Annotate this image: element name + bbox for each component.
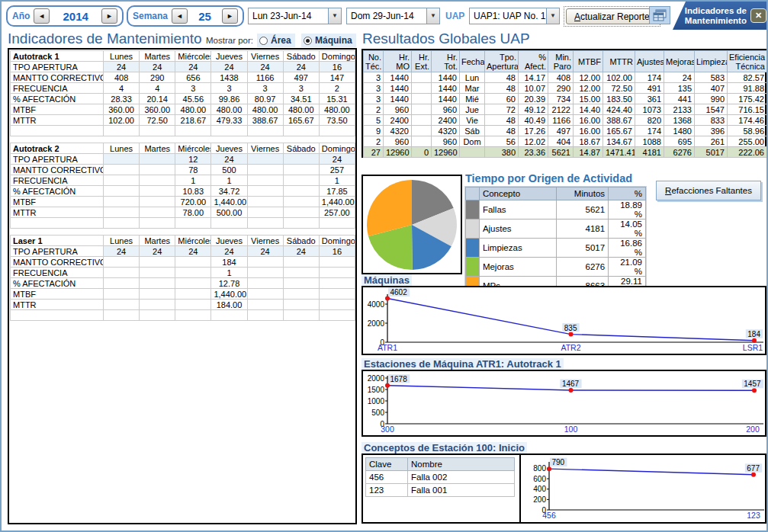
year-label: Año [12,11,30,21]
data-point [385,383,390,388]
activity-pie-box [362,175,462,274]
table-row: ConceptoMinutos% [466,187,646,200]
year-value: 2014 [53,10,98,23]
stations-section-title: Estaciones de Máquina ATR1: Autotrack 1 [362,358,564,370]
maintenance-dashboard: { "toolbar": { "year_label": "Año", "yea… [0,0,768,532]
radio-area[interactable]: Área [257,34,295,47]
concepts-box: ClaveNombre 456Falla 002123Falla 001 020… [362,453,766,524]
machine-table: Autotrack 1LunesMartesMiércolesJuevesVie… [10,50,355,136]
table-row: ClaveNombre [366,458,515,471]
table-row: 2960960Jue7249.12212214.40424.4010732133… [364,104,767,115]
table-row: Fallas562118.89 % [466,200,646,220]
svg-text:1000: 1000 [368,397,385,405]
table-row: FRECUENCIA111 [11,175,355,186]
category-label: 300 [381,425,394,434]
machines-line-chart: 0200040004602ATR1835ATR2184LSR1 [363,287,765,354]
chevron-down-icon[interactable]: ▼ [426,8,439,24]
table-row: 943204320Sáb4817.2649716.00165.671741480… [364,126,767,136]
global-results-table: No. Téc.Hr. MOHr. Ext.Hr. Tot.FechaTpo. … [363,50,767,158]
update-report-button[interactable]: Actualizar Reporte [566,8,658,24]
report-view-button[interactable] [649,6,670,24]
data-point [547,466,551,471]
svg-text:4000: 4000 [368,300,385,309]
table-row [11,310,355,321]
refacciones-faltantes-button[interactable]: Refacciones Faltantes [656,181,761,200]
data-point [751,473,756,477]
date-from-dropdown[interactable]: Lun 23-Jun-14 ▼ [248,8,342,24]
category-label: 100 [564,425,578,434]
update-report-focus-ring: Actualizar Reporte [564,6,660,27]
global-results-body: 314401440Lun4814.1740812.00102.001742458… [364,72,767,158]
stations-chart-box: 0500100015002000167830014671001457200 [362,370,766,437]
activity-title: Tiempo por Origen de Actividad [465,172,632,184]
machine-table: Autotrack 2LunesMartesMiércolesJuevesVie… [10,143,355,229]
data-point [752,388,757,393]
year-selector: Año ◄ 2014 ► [6,5,124,27]
svg-text:2000: 2000 [368,319,385,328]
machine-tables: Autotrack 1LunesMartesMiércolesJuevesVie… [8,48,357,524]
page-title-left: Indicadores de Mantenimiento [8,30,202,47]
data-point [385,296,390,300]
page-title-right: Resultados Globales UAP [362,30,530,47]
table-row: % AFECTACIÓN28.3320.1445.5699.8680.9734.… [11,94,355,104]
category-label: 200 [746,425,760,434]
table-row: No. Téc.Hr. MOHr. Ext.Hr. Tot.FechaTpo. … [364,51,767,72]
table-row: MANTTO CORRECTIVO184 [11,257,355,268]
close-icon[interactable]: ✕ [750,8,766,23]
uap-dropdown[interactable]: UAP1: UAP No. 1 ▼ [469,8,560,24]
svg-text:1457: 1457 [744,380,761,388]
machine-table: Laser 1LunesMartesMiércolesJuevesViernes… [10,235,355,321]
table-row: % AFECTACIÓN10.8334.7217.85 [11,186,355,197]
table-row: Mejoras627621.09 % [466,258,646,277]
svg-text:4602: 4602 [390,288,408,296]
svg-text:184: 184 [747,330,760,338]
table-row: 456Falla 002 [366,471,515,484]
concepts-table: ClaveNombre 456Falla 002123Falla 001 [365,457,515,497]
show-by-label: Mostrar por: [206,36,253,45]
table-row: Autotrack 2LunesMartesMiércolesJuevesVie… [11,143,355,154]
category-label: ATR1 [378,343,397,352]
date-to-dropdown[interactable]: Dom 29-Jun-14 ▼ [346,8,440,24]
radio-area-circle[interactable] [259,37,268,45]
table-row: 123Falla 001 [366,484,515,497]
data-point [752,338,757,343]
data-point [569,332,574,337]
tab-indicadores-mantenimiento[interactable]: Indicadores de Mantenimiento ✕ [673,2,768,30]
uap-value: UAP1: UAP No. 1 [470,11,546,21]
chevron-down-icon[interactable]: ▼ [328,8,341,24]
svg-text:677: 677 [747,464,760,473]
table-row: Autotrack 1LunesMartesMiércolesJuevesVie… [11,51,355,62]
svg-text:835: 835 [564,324,577,332]
legend-swatch [466,258,480,277]
chevron-down-icon[interactable]: ▼ [546,8,559,24]
svg-text:600: 600 [533,475,546,483]
machines-section-title: Máquinas [362,274,412,286]
legend-swatch [466,200,480,220]
tab-title: Indicadores de Mantenimiento [685,6,747,25]
svg-text:1500: 1500 [368,386,385,394]
date-to-value: Dom 29-Jun-14 [347,11,426,21]
week-prev-button[interactable]: ◄ [172,8,188,24]
stations-line-chart: 0500100015002000167830014671001457200 [363,371,765,435]
table-row: Laser 1LunesMartesMiércolesJuevesViernes… [11,236,355,246]
table-row: MTTR184.00 [11,300,355,310]
table-row: FRECUENCIA1 [11,268,355,278]
year-next-button[interactable]: ► [101,8,117,24]
week-selector: Semana ◄ 25 ► [127,5,244,27]
category-label: ATR2 [561,343,580,352]
divider [519,455,521,522]
svg-text:800: 800 [533,464,546,473]
svg-text:2000: 2000 [368,374,385,383]
concepts-line-chart: 0200400600800790456677123 [522,455,766,522]
legend-swatch [466,239,480,258]
global-results-header: No. Téc.Hr. MOHr. Ext.Hr. Tot.FechaTpo. … [364,51,767,72]
svg-text:400: 400 [533,485,546,493]
concepts-body: 456Falla 002123Falla 001 [366,471,515,497]
week-next-button[interactable]: ► [222,8,238,24]
activity-header: ConceptoMinutos% [466,187,646,200]
radio-machine-circle[interactable] [304,37,312,45]
total-row: 271296001296038023.36562114.871471.41418… [364,147,767,158]
radio-machine[interactable]: Máquina [301,34,356,47]
year-prev-button[interactable]: ◄ [34,8,50,24]
table-row: Ajustes418114.05 % [466,220,646,239]
